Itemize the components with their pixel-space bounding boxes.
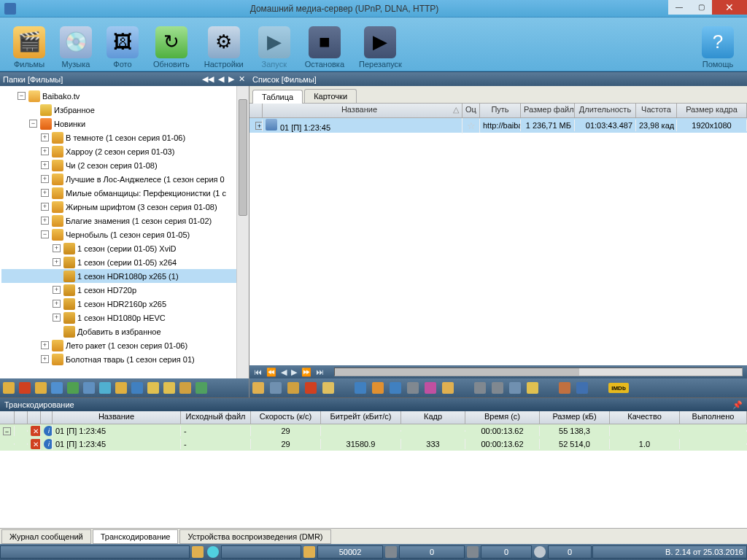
expand-icon[interactable]: + (53, 300, 61, 308)
status-key-icon[interactable] (303, 546, 315, 558)
properties-icon[interactable] (270, 382, 282, 394)
col-path[interactable]: Путь (480, 104, 521, 117)
status-disc-icon[interactable] (534, 546, 546, 558)
col-duration[interactable]: Длительность (575, 104, 636, 117)
grid-icon[interactable] (509, 382, 521, 394)
tree-item[interactable]: +Лучшие в Лос-Анджелесе (1 сезон серия 0 (1, 172, 247, 186)
collapse-icon[interactable]: − (29, 120, 37, 128)
tcol-speed[interactable]: Скорость (к/с) (251, 411, 321, 424)
link-icon[interactable] (559, 382, 570, 394)
status-icon[interactable] (467, 546, 479, 558)
tree-item[interactable]: +Чи (2 сезон серия 01-08) (1, 158, 247, 172)
tcol-size[interactable]: Размер (кБ) (540, 411, 610, 424)
key-icon[interactable] (163, 382, 175, 394)
expand-icon[interactable]: + (41, 341, 49, 349)
expand-icon[interactable]: + (41, 161, 49, 169)
status-icon[interactable] (192, 546, 204, 558)
delete-icon[interactable] (305, 382, 317, 394)
cast-icon[interactable] (474, 382, 486, 394)
tree-item[interactable]: +Жирным шрифтом (3 сезон серия 01-08) (1, 200, 247, 214)
tree-favorites[interactable]: Избранное (1, 103, 247, 117)
tab-dmr[interactable]: Устройства воспроизведения (DMR) (179, 529, 330, 544)
tree-item[interactable]: +Харроу (2 сезон серия 01-03) (1, 144, 247, 158)
collapse-icon[interactable]: − (41, 230, 49, 238)
collapse-icon[interactable]: − (18, 92, 26, 100)
col-rating[interactable]: Оц (462, 104, 480, 117)
tree-scrollbar[interactable] (236, 86, 249, 378)
nav-last-icon[interactable]: ⏭ (316, 368, 324, 376)
expand-icon[interactable]: + (53, 314, 61, 322)
cancel-icon[interactable]: ✕ (31, 426, 41, 436)
col-filesize[interactable]: Размер файл (521, 104, 575, 117)
help-button[interactable]: ?Помощь (702, 20, 734, 69)
tab-table[interactable]: Таблица (252, 90, 303, 104)
delete-icon[interactable] (19, 382, 31, 394)
list-icon[interactable] (492, 382, 503, 394)
nav-next-icon[interactable]: ▶ (227, 74, 236, 84)
columns-icon[interactable] (425, 382, 436, 394)
tab-cards[interactable]: Карточки (304, 89, 357, 103)
tcol-quality[interactable]: Качество (610, 411, 680, 424)
tree-subitem[interactable]: +1 сезон (серии 01-05) x264 (1, 255, 247, 269)
cancel-icon[interactable]: ✕ (31, 439, 41, 449)
expand-icon[interactable]: + (41, 147, 49, 155)
expand-icon[interactable]: + (41, 203, 49, 211)
tree-subitem[interactable]: +1 сезон HD1080p HEVC (1, 311, 247, 324)
expand-icon[interactable]: + (53, 286, 61, 294)
expand-icon[interactable]: + (41, 175, 49, 183)
close-button[interactable]: ✕ (712, 0, 747, 15)
close-panel-icon[interactable]: ✕ (237, 74, 247, 84)
tools-icon[interactable] (407, 382, 419, 394)
status-globe-icon[interactable] (207, 546, 219, 558)
folder-icon[interactable] (147, 382, 159, 394)
nav-prev-icon[interactable]: ◀ (217, 74, 225, 84)
grid-hscrollbar[interactable] (334, 368, 743, 376)
expand-icon[interactable]: + (53, 258, 61, 266)
tree-item[interactable]: +Благие знамения (1 сезон серия 01-02) (1, 214, 247, 228)
info-icon[interactable]: i (44, 426, 53, 436)
tcol-done[interactable]: Выполнено (680, 411, 747, 424)
tree-item[interactable]: +Милые обманщицы: Перфекционистки (1 с (1, 186, 247, 200)
trans-row[interactable]: ✕ i 01 [П] 1:23:45 - 29 31580.9 333 00:0… (0, 438, 747, 451)
save-icon[interactable] (576, 382, 588, 394)
nav-prev-icon[interactable]: ◀ (281, 368, 287, 377)
tree-subitem-selected[interactable]: 1 сезон HDR1080p x265 (1) (1, 269, 247, 283)
picture-icon[interactable] (83, 382, 95, 394)
star-icon[interactable]: ☆ (467, 120, 476, 131)
star-icon[interactable] (179, 382, 191, 394)
photo-button[interactable]: 🖼Фото (107, 20, 139, 69)
col-framesize[interactable]: Размер кадра (677, 104, 747, 117)
collapse-icon[interactable]: − (3, 427, 11, 435)
nav-first-icon[interactable]: ◀◀ (201, 74, 215, 84)
expand-icon[interactable]: + (41, 355, 49, 363)
open-icon[interactable] (252, 382, 264, 394)
nav-next-icon[interactable]: ▶ (291, 368, 297, 377)
expand-icon[interactable]: + (41, 133, 49, 141)
launch-button[interactable]: ▶Запуск (258, 20, 290, 69)
maximize-button[interactable]: ▢ (690, 0, 712, 15)
add-icon[interactable] (67, 382, 79, 394)
expand-icon[interactable]: + (41, 189, 49, 197)
pin-icon[interactable]: 📌 (732, 400, 743, 410)
folder-tree[interactable]: −Baibako.tv Избранное −Новинки +В темнот… (0, 86, 249, 369)
folder-open-icon[interactable] (51, 382, 63, 394)
tab-log[interactable]: Журнал сообщений (1, 529, 91, 544)
col-freq[interactable]: Частота (636, 104, 677, 117)
save-icon[interactable] (131, 382, 143, 394)
tree-icon[interactable] (196, 382, 207, 394)
globe-icon[interactable] (99, 382, 111, 394)
nav-first-icon[interactable]: ⏮ (254, 368, 262, 376)
edit-icon[interactable] (287, 382, 299, 394)
play-icon[interactable] (390, 382, 401, 394)
minimize-button[interactable]: — (668, 0, 690, 15)
tree-item[interactable]: +Лето ракет (1 сезон серия 01-06) (1, 338, 247, 352)
tree-subitem[interactable]: +1 сезон (серии 01-05) XviD (1, 241, 247, 255)
stop-button[interactable]: ■Остановка (305, 20, 344, 69)
sun-icon[interactable] (322, 382, 334, 394)
tcol-src[interactable]: Исходный файл (181, 411, 251, 424)
star-icon[interactable] (372, 382, 384, 394)
list-icon[interactable] (115, 382, 127, 394)
expand-icon[interactable]: + (255, 122, 263, 130)
status-net-icon[interactable] (385, 546, 397, 558)
music-button[interactable]: 💿Музыка (60, 20, 92, 69)
